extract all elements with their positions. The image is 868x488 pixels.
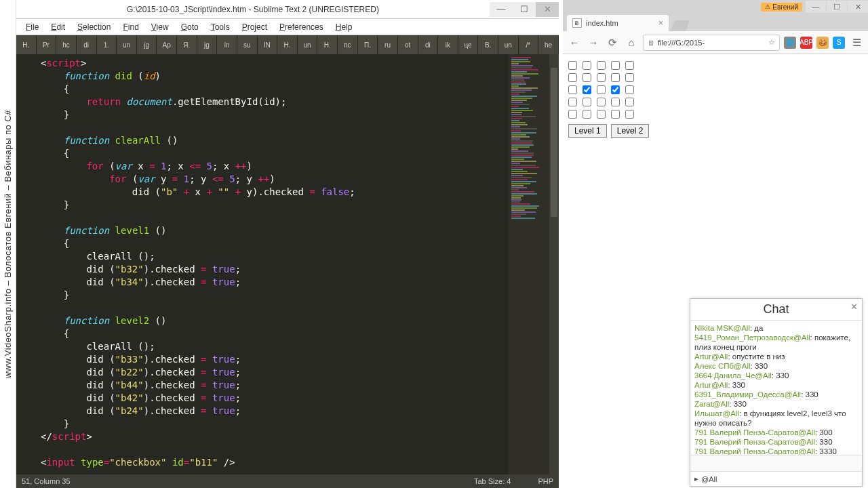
checkbox-b11[interactable]	[568, 61, 577, 70]
checkbox-b31[interactable]	[568, 85, 577, 94]
checkbox-b32[interactable]	[583, 85, 591, 94]
checkbox-b44[interactable]	[611, 98, 620, 106]
checkbox-b25[interactable]	[625, 73, 634, 82]
sublime-tab[interactable]: В.	[478, 35, 498, 54]
sublime-tab[interactable]: Ар	[157, 35, 177, 54]
sublime-tab[interactable]: Н.	[277, 35, 298, 54]
minimap[interactable]	[509, 54, 549, 474]
sublime-tab[interactable]: jg	[197, 35, 218, 54]
sublime-tab[interactable]: ru	[378, 35, 398, 54]
checkbox-b42[interactable]	[583, 98, 591, 106]
back-button[interactable]: ←	[567, 35, 582, 50]
checkbox-b51[interactable]	[568, 110, 577, 119]
sublime-tab[interactable]: he	[538, 35, 559, 54]
checkbox-b15[interactable]	[625, 61, 634, 70]
chat-message: 6391_Владимир_Одесса@All: 330	[694, 390, 858, 399]
checkbox-b23[interactable]	[597, 73, 606, 82]
menu-file[interactable]: File	[20, 21, 44, 33]
checkbox-b35[interactable]	[625, 85, 634, 94]
sublime-tab[interactable]: in	[217, 35, 237, 54]
level2-button[interactable]: Level 2	[611, 124, 650, 138]
checkbox-b24[interactable]	[611, 73, 620, 82]
sublime-tab[interactable]: di	[418, 35, 439, 54]
sublime-tab[interactable]: це	[458, 35, 479, 54]
sublime-tab[interactable]: П.	[358, 35, 378, 54]
sublime-tab[interactable]: su	[237, 35, 258, 54]
sublime-tab[interactable]: hc	[56, 35, 77, 54]
chat-close-icon[interactable]: ✕	[850, 302, 858, 312]
sublime-tab[interactable]: IN	[258, 35, 278, 54]
chrome-maximize-button[interactable]: ☐	[827, 1, 847, 13]
sublime-tab[interactable]: un	[498, 35, 519, 54]
checkbox-b43[interactable]	[597, 98, 606, 106]
checkbox-b14[interactable]	[611, 61, 620, 70]
chat-message: Zarat@All: 330	[694, 399, 858, 409]
sublime-tab[interactable]: un	[117, 35, 137, 54]
sublime-tab[interactable]: 1.	[97, 35, 117, 54]
checkbox-b53[interactable]	[597, 110, 606, 119]
menu-selection[interactable]: Selection	[72, 21, 116, 33]
checkbox-b13[interactable]	[597, 61, 606, 70]
checkbox-b55[interactable]	[625, 110, 634, 119]
minimize-button[interactable]: —	[490, 2, 513, 17]
scrollbar-vertical[interactable]	[549, 54, 559, 474]
menu-view[interactable]: View	[146, 21, 174, 33]
sublime-tab[interactable]: пс	[338, 35, 358, 54]
ext-globe-icon[interactable]: 🌐	[784, 37, 796, 49]
sublime-tab[interactable]: Pr	[37, 35, 57, 54]
chrome-close-button[interactable]: ✕	[848, 1, 868, 13]
url-text: file:///G:/2015-	[658, 39, 766, 47]
home-button[interactable]: ⌂	[624, 35, 639, 50]
menu-edit[interactable]: Edit	[45, 21, 71, 33]
forward-button[interactable]: →	[586, 35, 601, 50]
checkbox-b22[interactable]	[583, 73, 591, 82]
menu-project[interactable]: Project	[237, 21, 273, 33]
new-tab-button[interactable]	[671, 20, 690, 31]
tab-title: index.htm	[586, 19, 618, 27]
sublime-tab[interactable]: ik	[438, 35, 458, 54]
checkbox-b21[interactable]	[568, 73, 577, 82]
sublime-tabbar[interactable]: Н.Prhcdi1.unjgАрЯ.jginsuINН.unН.псП.ruot…	[16, 35, 559, 54]
checkbox-b54[interactable]	[611, 110, 620, 119]
menu-goto[interactable]: Goto	[176, 21, 204, 33]
url-bar[interactable]: 🗎 file:///G:/2015- ☆	[643, 35, 780, 51]
checkbox-b34[interactable]	[611, 85, 620, 94]
maximize-button[interactable]: ☐	[513, 2, 536, 17]
sublime-tab[interactable]: Н.	[16, 35, 37, 54]
menu-tools[interactable]: Tools	[205, 21, 235, 33]
checkbox-b52[interactable]	[583, 110, 591, 119]
menu-preferences[interactable]: Preferences	[274, 21, 329, 33]
scrollbar-thumb[interactable]	[551, 68, 557, 217]
sublime-tab[interactable]: ot	[398, 35, 418, 54]
sublime-tab[interactable]: jg	[137, 35, 157, 54]
status-syntax[interactable]: PHP	[538, 477, 553, 485]
menu-button[interactable]: ☰	[849, 35, 864, 50]
code-editor[interactable]: <script> function did (id) { return docu…	[41, 54, 509, 474]
checkbox-b12[interactable]	[583, 61, 591, 70]
bookmark-star-icon[interactable]: ☆	[768, 38, 775, 47]
level1-button[interactable]: Level 1	[568, 124, 607, 138]
ext-skype-icon[interactable]: S	[833, 37, 845, 49]
chat-input[interactable]	[690, 455, 862, 471]
chat-footer[interactable]: ▸ @All	[690, 471, 862, 486]
sublime-tab[interactable]: Н.	[317, 35, 338, 54]
tab-close-icon[interactable]: ×	[658, 18, 663, 28]
chat-body[interactable]: NIkita MSK@All: да5419_Роман_Петрозаводс…	[690, 321, 862, 455]
chrome-user-badge[interactable]: Евгений	[761, 3, 802, 12]
checkbox-b45[interactable]	[625, 98, 634, 106]
checkbox-b41[interactable]	[568, 98, 577, 106]
checkbox-b33[interactable]	[597, 85, 606, 94]
sublime-tab[interactable]: un	[298, 35, 318, 54]
chrome-minimize-button[interactable]: —	[806, 1, 826, 13]
status-tabsize[interactable]: Tab Size: 4	[474, 477, 511, 485]
ext-abp-icon[interactable]: ABP	[800, 37, 812, 49]
reload-button[interactable]: ⟳	[605, 35, 620, 50]
close-button[interactable]: ✕	[536, 2, 559, 17]
menu-help[interactable]: Help	[330, 21, 358, 33]
sublime-tab[interactable]: di	[77, 35, 97, 54]
sublime-tab[interactable]: /*	[519, 35, 539, 54]
menu-find[interactable]: Find	[117, 21, 144, 33]
sublime-tab[interactable]: Я.	[177, 35, 197, 54]
ext-cookie-icon[interactable]: 🍪	[816, 37, 829, 49]
chrome-tab[interactable]: 🗎 index.htm ×	[567, 15, 669, 31]
